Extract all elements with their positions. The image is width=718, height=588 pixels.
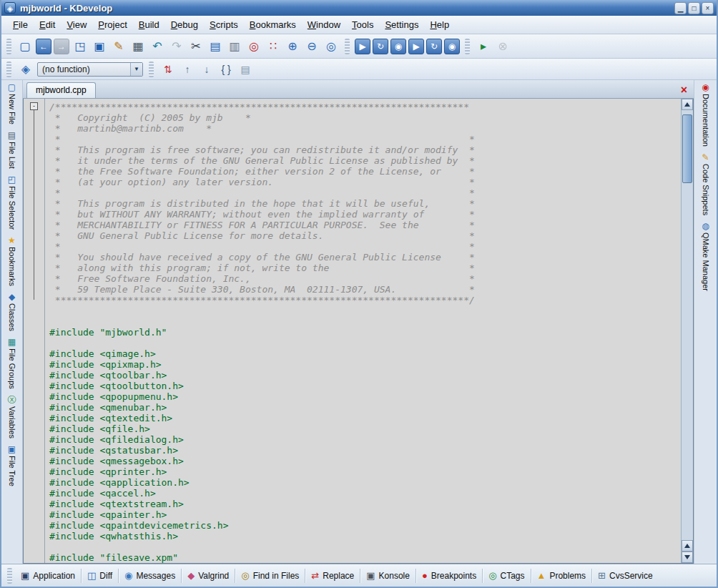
switch-declaration-button[interactable]: ⇅	[159, 61, 177, 78]
goto-definition-button[interactable]: { }	[217, 61, 235, 78]
menu-scripts[interactable]: Scripts	[204, 17, 244, 32]
fold-marker[interactable]: -	[30, 102, 38, 110]
sidetab-code-snippets[interactable]: ✎Code Snippets	[702, 152, 710, 215]
bottombar-find-in-files[interactable]: ◎Find in Files	[235, 568, 305, 584]
menu-build[interactable]: Build	[133, 17, 165, 32]
bottombar-ctags[interactable]: ◎CTags	[483, 568, 530, 584]
undo-button[interactable]: ↶	[149, 38, 166, 55]
find-next-button[interactable]: ◎	[323, 38, 340, 55]
new-file-button[interactable]: ▢	[16, 38, 34, 55]
menu-bookmarks[interactable]: Bookmarks	[244, 17, 302, 32]
build-project-button[interactable]: ▶	[355, 39, 370, 54]
function-combobox[interactable]: (no function) ▼	[37, 62, 143, 77]
code-content[interactable]: /***************************************…	[45, 99, 681, 563]
previous-function-button[interactable]: ↑	[179, 61, 196, 78]
menu-tools[interactable]: Tools	[346, 17, 379, 32]
toolbar-handle[interactable]	[6, 39, 11, 54]
toolbar-handle[interactable]	[7, 568, 12, 584]
sidetab-file-selector[interactable]: ◰File Selector	[8, 175, 16, 230]
forward-button[interactable]: →	[54, 39, 69, 54]
editor-column: mjbworld.cpp × - /**********************…	[23, 80, 694, 564]
sidetab-label: Code Snippets	[702, 164, 710, 215]
save-as-button[interactable]: ✎	[110, 38, 127, 55]
sidetab-documentation[interactable]: ◉Documentation	[702, 82, 710, 147]
sidetab-new-file[interactable]: ▢New File	[8, 82, 16, 124]
compile-file-button[interactable]: ▸	[475, 38, 492, 55]
code-line	[49, 542, 681, 552]
cut-button[interactable]: ✂	[187, 38, 205, 55]
titlebar: ◈ mjbworld - KDevelop ▁□×	[1, 0, 717, 16]
build-target-button[interactable]: ▶	[408, 39, 424, 54]
bottombar-valgrind[interactable]: ◆Valgrind	[182, 568, 235, 584]
scroll-down-button[interactable]	[682, 552, 693, 563]
code-snippets-icon: ✎	[702, 152, 709, 162]
chevron-down-icon[interactable]: ▼	[130, 63, 142, 76]
sidetab-variables[interactable]: ⓧVariables	[8, 395, 16, 438]
find-button[interactable]: ◎	[245, 38, 262, 55]
bottombar-diff[interactable]: ◫Diff	[82, 568, 118, 584]
scroll-up-button[interactable]	[682, 99, 693, 110]
sidetab-file-tree[interactable]: ▣File Tree	[8, 444, 16, 486]
toolbar-handle[interactable]	[345, 39, 350, 54]
back-button[interactable]: ←	[36, 39, 51, 54]
bottombar-replace[interactable]: ⇄Replace	[305, 568, 360, 584]
replace-button[interactable]: ∷	[265, 38, 282, 55]
code-editor[interactable]: - /*************************************…	[23, 99, 694, 564]
next-function-button[interactable]: ↓	[198, 61, 215, 78]
open-file-button[interactable]: ◳	[72, 38, 89, 55]
execute-program-button[interactable]: ◉	[390, 39, 406, 54]
bottombar-problems[interactable]: ▲Problems	[531, 568, 592, 584]
maximize-button[interactable]: □	[688, 2, 700, 14]
editor-gutter: -	[24, 99, 45, 563]
print-button[interactable]: ▦	[129, 38, 147, 55]
tab-mjbworld-cpp[interactable]: mjbworld.cpp	[26, 82, 96, 98]
menu-debug[interactable]: Debug	[165, 17, 204, 32]
menu-window[interactable]: Window	[302, 17, 346, 32]
toolbar-handle[interactable]	[149, 62, 154, 77]
menu-file[interactable]: File	[7, 17, 34, 32]
kdevelop-app-icon[interactable]: ◈	[4, 2, 16, 14]
bottombar-messages[interactable]: ◉Messages	[119, 568, 181, 584]
sidetab-file-list[interactable]: ▤File List	[8, 130, 16, 169]
bottombar-breakpoints[interactable]: ●Breakpoints	[416, 568, 482, 584]
toolbar-handle[interactable]	[6, 62, 11, 77]
menu-view[interactable]: View	[61, 17, 92, 32]
redo-button[interactable]: ↷	[168, 38, 185, 55]
minimize-button[interactable]: ▁	[674, 2, 687, 14]
scroll-thumb[interactable]	[682, 114, 692, 183]
bottombar-application[interactable]: ▣Application	[15, 568, 81, 584]
sidetab-bookmarks[interactable]: ★Bookmarks	[8, 235, 16, 286]
rebuild-project-button[interactable]: ↻	[373, 39, 388, 54]
sidetab-qmake-manager[interactable]: ◍QMake Manager	[702, 221, 710, 291]
close-button[interactable]: ×	[702, 2, 714, 14]
code-line: ****************************************…	[49, 295, 681, 305]
menu-help[interactable]: Help	[424, 17, 455, 32]
rebuild-target-button[interactable]: ↻	[426, 39, 442, 54]
zoom-in-button[interactable]: ⊕	[284, 38, 301, 55]
bookmarks-icon: ★	[8, 235, 16, 245]
toolbar-handle[interactable]	[465, 39, 470, 54]
scroll-up-button-bottom[interactable]	[682, 540, 693, 552]
menu-project[interactable]: Project	[92, 17, 132, 32]
file-overview-button[interactable]: ▤	[237, 61, 254, 78]
paste-button[interactable]: ▥	[226, 38, 243, 55]
menu-edit[interactable]: Edit	[34, 17, 61, 32]
sidetab-file-groups[interactable]: ▦File Groups	[8, 337, 16, 389]
execute-target-button[interactable]: ◉	[444, 39, 460, 54]
copy-button[interactable]: ▤	[207, 38, 224, 55]
sidetab-label: Bookmarks	[8, 247, 16, 286]
save-button[interactable]: ▣	[91, 38, 108, 55]
sidetab-classes[interactable]: ◆Classes	[8, 292, 16, 331]
scroll-track[interactable]	[682, 110, 693, 540]
editor-vertical-scrollbar[interactable]	[681, 99, 693, 563]
document-tabbar: mjbworld.cpp ×	[23, 80, 694, 99]
code-line: * but WITHOUT ANY WARRANTY; without even…	[49, 209, 681, 220]
class-navigation-icon[interactable]: ◈	[17, 61, 34, 78]
code-line: * GNU General Public License for more de…	[49, 230, 681, 241]
zoom-out-button[interactable]: ⊖	[303, 38, 320, 55]
bottombar-konsole[interactable]: ▣Konsole	[360, 568, 415, 584]
bottombar-cvsservice[interactable]: ⊞CvsService	[592, 568, 659, 584]
close-tab-button[interactable]: ×	[677, 84, 692, 98]
menu-settings[interactable]: Settings	[379, 17, 424, 32]
stop-button[interactable]: ⊗	[494, 38, 511, 55]
